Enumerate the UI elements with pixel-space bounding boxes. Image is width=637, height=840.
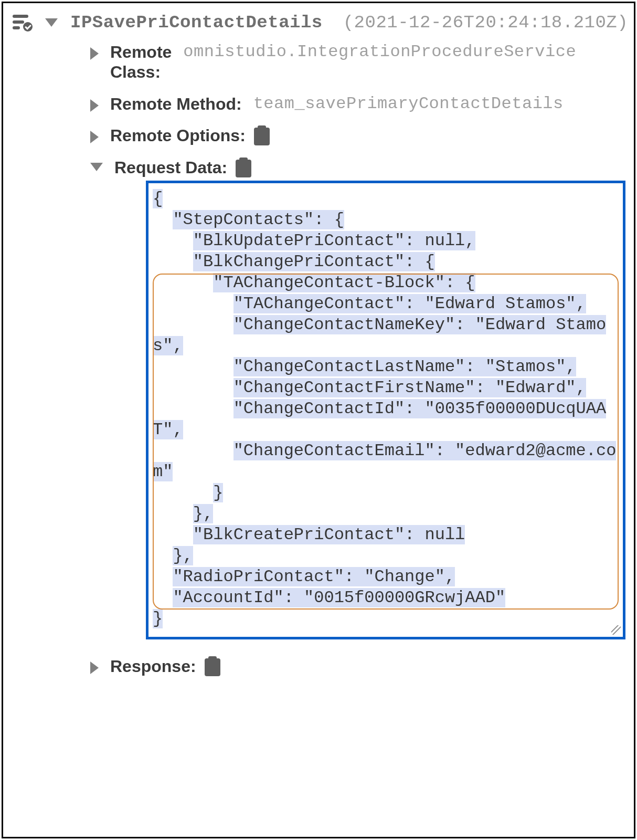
- remote-class-row: RemoteClass: omnistudio.IntegrationProce…: [90, 42, 625, 82]
- remote-options-label: Remote Options:: [110, 125, 246, 145]
- json-line: }: [153, 482, 621, 503]
- remote-options-row: Remote Options:: [90, 125, 625, 145]
- json-line: "TAChangeContact-Block": {: [153, 272, 621, 293]
- json-line: "ChangeContactEmail": "edward2@acme.com": [153, 440, 621, 482]
- json-line: "ChangeContactLastName": "Stamos",: [153, 356, 621, 377]
- json-line: "ChangeContactNameKey": "Edward Stamos",: [153, 314, 621, 356]
- remote-class-value: omnistudio.IntegrationProcedureService: [183, 42, 576, 61]
- expand-request-data-toggle[interactable]: [90, 163, 103, 171]
- expand-remote-method-toggle[interactable]: [90, 99, 99, 112]
- expand-step-toggle[interactable]: [45, 18, 58, 27]
- request-data-row: Request Data: { "StepContacts": { "BlkUp…: [90, 158, 625, 639]
- step-timestamp: (2021-12-26T20:24:18.210Z): [343, 13, 625, 33]
- json-line: "ChangeContactId": "0035f00000DUcqUAAT",: [153, 398, 621, 440]
- debug-panel: IPSavePriContactDetails (2021-12-26T20:2…: [2, 2, 635, 838]
- step-status-icon: [13, 15, 33, 30]
- response-row: Response:: [90, 656, 625, 676]
- json-line: "BlkUpdatePriContact": null,: [153, 230, 621, 251]
- json-line: "ChangeContactFirstName": "Edward",: [153, 377, 621, 398]
- copy-response-icon[interactable]: [205, 658, 220, 676]
- remote-method-value: team_savePrimaryContactDetails: [253, 94, 564, 113]
- remote-method-row: Remote Method: team_savePrimaryContactDe…: [90, 94, 625, 114]
- request-data-json[interactable]: { "StepContacts": { "BlkUpdatePriContact…: [146, 181, 625, 639]
- step-name: IPSavePriContactDetails: [70, 13, 323, 33]
- remote-class-label: RemoteClass:: [110, 42, 172, 82]
- expand-remote-options-toggle[interactable]: [90, 131, 99, 143]
- json-line: "AccountId": "0015f00000GRcwjAAD": [153, 587, 621, 608]
- json-line: {: [153, 188, 621, 209]
- expand-response-toggle[interactable]: [90, 662, 99, 674]
- step-header: IPSavePriContactDetails (2021-12-26T20:2…: [13, 13, 625, 33]
- json-line: "TAChangeContact": "Edward Stamos",: [153, 293, 621, 314]
- json-line: }: [153, 608, 621, 629]
- copy-request-data-icon[interactable]: [236, 160, 251, 177]
- json-line: },: [153, 503, 621, 524]
- json-line: "BlkChangePriContact": {: [153, 251, 621, 272]
- copy-remote-options-icon[interactable]: [254, 128, 270, 145]
- resize-grip-icon[interactable]: [611, 625, 621, 635]
- remote-method-label: Remote Method:: [110, 94, 242, 114]
- json-line: "StepContacts": {: [153, 209, 621, 230]
- json-line: },: [153, 545, 621, 566]
- json-line: "RadioPriContact": "Change",: [153, 566, 621, 587]
- request-data-label: Request Data:: [114, 158, 227, 177]
- json-line: "BlkCreatePriContact": null: [153, 524, 621, 545]
- response-label: Response:: [110, 656, 196, 676]
- expand-remote-class-toggle[interactable]: [90, 47, 99, 60]
- step-title: IPSavePriContactDetails (2021-12-26T20:2…: [70, 13, 625, 33]
